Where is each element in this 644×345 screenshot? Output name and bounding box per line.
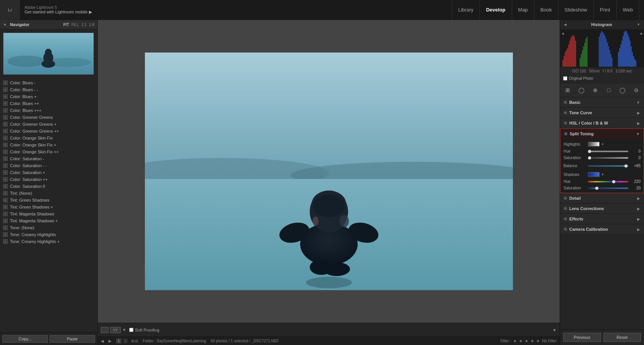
list-item[interactable]: Color: Blues +++ xyxy=(0,107,97,114)
list-item[interactable]: Color: Saturation ++ xyxy=(0,176,97,183)
svg-point-23 xyxy=(306,277,352,288)
highlights-sat-slider[interactable] xyxy=(588,157,628,159)
list-item[interactable]: Color: Saturation - xyxy=(0,155,97,162)
list-item[interactable]: Color: Greener Greens + xyxy=(0,121,97,128)
nav-web[interactable]: Web xyxy=(617,0,640,20)
tone-curve-toggle[interactable]: ▶ xyxy=(637,111,640,115)
split-toning-header[interactable]: Split Toning ▼ xyxy=(560,129,644,139)
lens-toggle[interactable]: ▶ xyxy=(637,207,640,211)
shadows-color-swatch[interactable] xyxy=(588,172,600,177)
hsl-toggle[interactable]: ▶ xyxy=(637,121,640,125)
list-item[interactable]: Color: Saturation 0 xyxy=(0,183,97,190)
fit-fill[interactable]: FILL xyxy=(71,23,79,27)
svg-rect-58 xyxy=(619,48,620,67)
previous-button[interactable]: Previous xyxy=(563,333,601,342)
list-item[interactable]: Color: Greener Greens xyxy=(0,114,97,121)
nav-book[interactable]: Book xyxy=(534,0,559,20)
filmstrip-expand[interactable]: ▼ xyxy=(552,328,557,332)
nav-arrow-right[interactable]: ▶ xyxy=(108,339,112,343)
list-item[interactable]: Tint: Magenta Shadows + xyxy=(0,217,97,224)
soft-proof-checkbox[interactable] xyxy=(129,328,133,332)
detail-header[interactable]: Detail ▶ xyxy=(560,193,644,203)
grid-tool-icon[interactable]: ⊞ xyxy=(563,85,572,95)
nav-library[interactable]: Library xyxy=(452,0,480,20)
list-item[interactable]: Tint: (None) xyxy=(0,190,97,197)
nav-map[interactable]: Map xyxy=(512,0,534,20)
svg-rect-69 xyxy=(632,52,633,67)
copy-button[interactable]: Copy... xyxy=(2,335,48,343)
list-item[interactable]: Tint: Magenta Shadows xyxy=(0,210,97,217)
list-item[interactable]: Tone: (None) xyxy=(0,224,97,231)
hist-collapse[interactable]: ◀ xyxy=(564,23,567,26)
balance-slider[interactable] xyxy=(588,165,628,167)
shadows-sat-slider[interactable] xyxy=(588,187,628,189)
list-item[interactable]: Color: Greener Greens ++ xyxy=(0,128,97,135)
list-item[interactable]: Tone: Creamy Highlights xyxy=(0,231,97,238)
fit-fit[interactable]: FIT xyxy=(63,23,69,27)
nav-print[interactable]: Print xyxy=(594,0,617,20)
list-item[interactable]: Color: Blues - - xyxy=(0,86,97,93)
fit-1to1[interactable]: 1:1 xyxy=(81,23,87,27)
nav-develop[interactable]: Develop xyxy=(480,0,512,20)
nav-slideshow[interactable]: Slideshow xyxy=(559,0,594,20)
fit-1to8[interactable]: 1:8 xyxy=(89,23,94,27)
list-item[interactable]: Color: Blues - xyxy=(0,79,97,86)
camera-cal-header[interactable]: Camera Calibration ▶ xyxy=(560,224,644,234)
list-item[interactable]: Color: Orange Skin Fix ++ xyxy=(0,148,97,155)
nav-thumbnail[interactable] xyxy=(3,33,94,75)
hsl-header[interactable]: HSL / Color / B & W ▶ xyxy=(560,118,644,128)
list-item[interactable]: Color: Saturation + xyxy=(0,169,97,176)
star4[interactable]: ★ xyxy=(531,339,534,343)
original-photo-checkbox[interactable] xyxy=(563,76,567,80)
list-item[interactable]: Color: Blues ++ xyxy=(0,100,97,107)
star2[interactable]: ★ xyxy=(519,339,522,343)
fit-options: FIT FILL 1:1 1:8 xyxy=(63,23,94,27)
detail-toggle[interactable]: ▶ xyxy=(637,196,640,200)
shadows-swatch-arrow[interactable]: ▼ xyxy=(601,173,604,176)
brush-tool-icon[interactable]: ⊖ xyxy=(632,85,641,95)
highlights-hue-slider[interactable] xyxy=(588,151,628,152)
tone-curve-header[interactable]: Tone Curve ▶ xyxy=(560,108,644,118)
nav-arrow-left[interactable]: ◀ xyxy=(101,339,104,343)
list-item[interactable]: Tint: Green Shadows + xyxy=(0,204,97,210)
hist-expand[interactable]: ▼ xyxy=(637,23,640,26)
highlights-swatch-arrow[interactable]: ▼ xyxy=(601,143,604,146)
folder-path: Folder : SaySomethingWereListening xyxy=(143,339,206,343)
heal-tool-icon[interactable]: ⊕ xyxy=(591,85,600,95)
highlights-sat-thumb[interactable] xyxy=(588,156,591,159)
star3[interactable]: ★ xyxy=(525,339,528,343)
highlights-color-swatch[interactable] xyxy=(588,142,600,146)
star1[interactable]: ★ xyxy=(513,339,517,343)
list-item[interactable]: Color: Saturation - - xyxy=(0,162,97,169)
list-item[interactable]: Color: Orange Skin Fix + xyxy=(0,141,97,148)
highlights-hue-thumb[interactable] xyxy=(588,150,591,153)
crop-tool-icon[interactable]: ◯ xyxy=(577,85,586,95)
basic-header[interactable]: Basic ▼ xyxy=(560,97,644,107)
basic-title: Basic xyxy=(569,100,580,105)
split-toning-toggle[interactable]: ▼ xyxy=(636,132,640,136)
effects-toggle[interactable]: ▶ xyxy=(637,217,640,221)
gradient-tool-icon[interactable]: ◯ xyxy=(618,85,627,95)
shadows-hue-slider[interactable] xyxy=(588,181,628,182)
shadows-hue-thumb[interactable] xyxy=(612,180,615,183)
star5[interactable]: ★ xyxy=(536,339,540,343)
list-item[interactable]: Color: Orange Skin Fix xyxy=(0,135,97,141)
list-item[interactable]: Tint: Green Shadows xyxy=(0,197,97,204)
lens-header[interactable]: Lens Corrections ▶ xyxy=(560,204,644,214)
balance-thumb[interactable] xyxy=(624,164,628,168)
camera-cal-section: Camera Calibration ▶ xyxy=(560,224,644,235)
filmstrip-icon1[interactable] xyxy=(101,327,108,333)
effects-header[interactable]: Effects ▶ xyxy=(560,214,644,224)
shadows-sat-thumb[interactable] xyxy=(595,187,598,190)
reset-button[interactable]: Reset xyxy=(603,333,641,342)
highlights-hue-value: 0 xyxy=(630,149,641,153)
redeye-tool-icon[interactable]: □ xyxy=(604,85,613,95)
list-item[interactable]: Tone: Creamy Highlights + xyxy=(0,238,97,245)
camera-cal-toggle[interactable]: ▶ xyxy=(637,227,640,232)
list-item[interactable]: Color: Blues + xyxy=(0,93,97,100)
paste-button[interactable]: Paste xyxy=(49,335,95,343)
svg-rect-29 xyxy=(566,50,567,67)
filmstrip-icon2[interactable]: YY xyxy=(110,327,121,333)
basic-toggle[interactable]: ▼ xyxy=(636,100,640,105)
svg-rect-34 xyxy=(572,36,573,67)
